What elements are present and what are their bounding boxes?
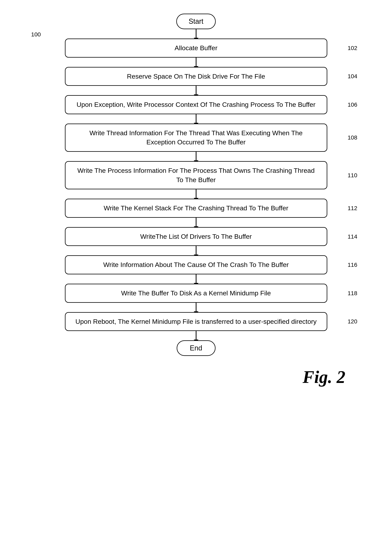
step-label-104: 104 (348, 73, 357, 80)
step-label-120: 120 (348, 318, 357, 325)
diagram-label-100: 100 (31, 31, 41, 38)
step-wrapper-116: Write Information About The Cause Of The… (60, 255, 332, 274)
flowchart-diagram: 100 Start Allocate Buffer 102 Reserve Sp… (0, 0, 392, 399)
arrow-8 (196, 274, 196, 284)
step-110: Write The Process Information For The Pr… (65, 161, 327, 189)
arrow-3 (196, 114, 196, 124)
step-wrapper-120: Upon Reboot, The Kernel Minidump File is… (60, 312, 332, 331)
step-label-112: 112 (348, 205, 357, 212)
step-label-114: 114 (348, 233, 357, 240)
step-label-108: 108 (348, 134, 357, 141)
arrow-10 (196, 331, 196, 340)
arrow-2 (196, 86, 196, 95)
step-104: Reserve Space On The Disk Drive For The … (65, 67, 327, 86)
step-label-116: 116 (348, 261, 357, 268)
step-118: Write The Buffer To Disk As a Kernel Min… (65, 284, 327, 303)
arrow-7 (196, 246, 196, 255)
step-label-102: 102 (348, 45, 357, 51)
step-wrapper-108: Write Thread Information For The Thread … (60, 124, 332, 152)
arrow-1 (196, 58, 196, 67)
step-wrapper-102: Allocate Buffer 102 (60, 39, 332, 58)
arrow-0 (196, 29, 196, 39)
arrow-5 (196, 189, 196, 199)
step-wrapper-118: Write The Buffer To Disk As a Kernel Min… (60, 284, 332, 303)
arrow-6 (196, 218, 196, 227)
step-wrapper-112: Write The Kernel Stack For The Crashing … (60, 199, 332, 218)
step-108: Write Thread Information For The Thread … (65, 124, 327, 152)
step-label-110: 110 (348, 172, 357, 179)
arrow-9 (196, 303, 196, 312)
step-112: Write The Kernel Stack For The Crashing … (65, 199, 327, 218)
step-106: Upon Exception, Write Processor Context … (65, 95, 327, 114)
end-node: End (177, 340, 215, 356)
step-label-118: 118 (348, 290, 357, 297)
step-wrapper-106: Upon Exception, Write Processor Context … (60, 95, 332, 114)
step-114: WriteThe List Of Drivers To The Buffer (65, 227, 327, 246)
arrow-4 (196, 152, 196, 161)
step-102: Allocate Buffer (65, 39, 327, 58)
step-label-106: 106 (348, 101, 357, 108)
figure-caption: Fig. 2 (303, 367, 345, 387)
step-120: Upon Reboot, The Kernel Minidump File is… (65, 312, 327, 331)
step-116: Write Information About The Cause Of The… (65, 255, 327, 274)
step-wrapper-104: Reserve Space On The Disk Drive For The … (60, 67, 332, 86)
step-wrapper-114: WriteThe List Of Drivers To The Buffer 1… (60, 227, 332, 246)
start-node: Start (176, 14, 215, 29)
step-wrapper-110: Write The Process Information For The Pr… (60, 161, 332, 189)
